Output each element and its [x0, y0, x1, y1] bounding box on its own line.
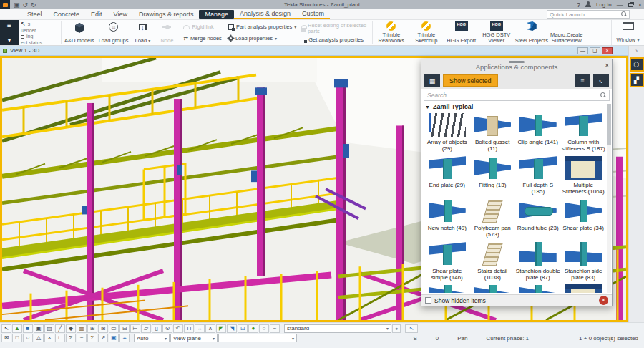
menu-icon[interactable]: ≡: [7, 22, 11, 29]
select-lines-icon[interactable]: ╱: [55, 324, 65, 333]
close-icon[interactable]: ×: [638, 1, 642, 9]
collapse-ribbon-icon[interactable]: ▾: [7, 37, 11, 43]
component-item[interactable]: Shear plate simple (146): [424, 241, 470, 284]
select-bars-icon[interactable]: ▯: [152, 324, 162, 333]
component-search-input[interactable]: Search...: [424, 90, 610, 101]
work-plane-combo[interactable]: View plane▾: [170, 334, 218, 342]
trimble-realworks-button[interactable]: Trimble RealWorks: [374, 20, 409, 45]
load-groups-button[interactable]: ↓↓↓ Load groups: [97, 20, 131, 45]
component-item[interactable]: Polybeam pan (573): [470, 198, 516, 241]
select-surfaces-icon[interactable]: ▣: [34, 324, 44, 333]
view-minimize-icon[interactable]: —: [577, 47, 588, 54]
select-fittings-icon[interactable]: ⊢: [130, 324, 140, 333]
snap-mode-combo[interactable]: Auto▾: [134, 334, 170, 342]
show-selected-button[interactable]: Show selected: [443, 74, 498, 87]
select-points-icon[interactable]: ▤: [44, 324, 54, 333]
view-restore-icon[interactable]: ❑: [590, 47, 600, 54]
relative-coords-icon[interactable]: ≍: [119, 334, 130, 342]
tab-manage[interactable]: Manage: [199, 10, 234, 19]
zoom-select-icon[interactable]: ≡: [270, 324, 280, 333]
component-item[interactable]: Stairs detail (1038): [470, 241, 516, 284]
filter-options-icon[interactable]: ●: [392, 324, 401, 333]
hgg-dstv-viewer-button[interactable]: HGG HGG DSTV Viewer: [479, 20, 514, 45]
snap-intersections-icon[interactable]: ×: [44, 334, 54, 342]
hgg-export-button[interactable]: HGG HGG Export: [444, 20, 479, 45]
collapse-group-icon[interactable]: ▼: [425, 105, 430, 110]
component-item[interactable]: Clip angle (141): [515, 112, 561, 155]
applications-pane-button[interactable]: ⬡: [630, 57, 644, 72]
select-components-icon[interactable]: ▲: [12, 324, 22, 333]
component-item[interactable]: Full depth S (185): [515, 155, 561, 198]
selection-filter-combo[interactable]: standard▾: [284, 324, 391, 333]
component-item[interactable]: Stanchion side plate (83): [561, 241, 607, 284]
tab-view[interactable]: View: [108, 10, 133, 19]
snap-nearest-points-icon[interactable]: ~: [77, 334, 87, 342]
select-distances-icon[interactable]: ↔: [195, 324, 205, 333]
component-item[interactable]: Column with stiffeners S (187): [561, 112, 607, 155]
show-hidden-items-checkbox[interactable]: [425, 297, 431, 304]
select-loads-icon[interactable]: ⊓: [184, 324, 194, 333]
snap-perpendicular-icon[interactable]: ∟: [55, 334, 65, 342]
window-group-button[interactable]: Window ▾: [611, 20, 644, 45]
aed-models-button[interactable]: A&D models: [62, 20, 97, 45]
steel-projects-button[interactable]: Steel Projects: [514, 20, 549, 45]
snap-points-icon[interactable]: ⊠: [1, 334, 11, 342]
snap-midpoints-icon[interactable]: △: [34, 334, 44, 342]
quick-launch-input[interactable]: Quick Launch: [547, 10, 630, 19]
component-item[interactable]: Array of objects (29): [424, 112, 470, 155]
part-analysis-properties-button[interactable]: Part analysis properties ▾: [228, 24, 296, 30]
tab-custom[interactable]: Custom: [296, 9, 330, 18]
close-panel-red-icon[interactable]: ×: [599, 296, 608, 305]
load-properties-button[interactable]: Load properties ▾: [228, 35, 296, 42]
chevron-right-icon[interactable]: ›: [635, 46, 638, 56]
select-views-icon[interactable]: ⊟: [119, 324, 130, 333]
group-header-zamil-typical[interactable]: ▼ Zamil Typical: [421, 102, 612, 112]
save-icon[interactable]: ▣: [14, 1, 20, 9]
select-plates-icon[interactable]: ▱: [141, 324, 151, 333]
expand-panel-icon[interactable]: ↔: [593, 74, 609, 87]
view-close-icon[interactable]: ×: [602, 47, 613, 54]
snap-free-icon[interactable]: ↗: [98, 334, 108, 342]
login-link[interactable]: Log in: [596, 1, 612, 8]
component-item[interactable]: Stanchion double plate (87): [515, 241, 561, 284]
minimize-icon[interactable]: —: [617, 1, 623, 9]
component-item[interactable]: Fitting (13): [470, 155, 516, 198]
select-welds-icon[interactable]: ⊠: [98, 324, 108, 333]
smart-select-icon[interactable]: ○: [259, 324, 269, 333]
select-grids-icon[interactable]: ▦: [77, 324, 87, 333]
tekla-logo-icon[interactable]: [0, 0, 10, 9]
tab-concrete[interactable]: Concrete: [48, 10, 86, 19]
list-view-icon[interactable]: ≡: [575, 74, 590, 87]
component-item[interactable]: End plate (29): [424, 155, 470, 198]
tab-drawings-reports[interactable]: Drawings & reports: [133, 10, 200, 19]
user-icon[interactable]: [585, 1, 591, 8]
snap-center-points-icon[interactable]: ○: [23, 334, 33, 342]
merge-nodes-button[interactable]: ⇄ Merge nodes: [183, 35, 221, 42]
snap-line-extensions-icon[interactable]: Σ: [66, 334, 76, 342]
select-grid-lines-icon[interactable]: ⊞: [87, 324, 97, 333]
trimble-sketchup-button[interactable]: Trimble Sketchup: [409, 20, 444, 45]
select-cut-parts-icon[interactable]: ▭: [109, 324, 119, 333]
thumbnails-view-icon[interactable]: ▦: [424, 74, 440, 87]
ortho-toggle-icon[interactable]: ▣: [109, 334, 119, 342]
tab-edit[interactable]: Edit: [85, 10, 108, 19]
select-snapshot-icon[interactable]: ⊡: [238, 324, 248, 333]
drag-and-drop-icon[interactable]: ●: [248, 324, 258, 333]
select-all-icon[interactable]: ↖: [1, 324, 11, 333]
load-button[interactable]: Load ▾: [130, 20, 155, 45]
tab-analysis-design[interactable]: Analysis & design: [234, 9, 296, 18]
undo-icon[interactable]: ↺: [23, 1, 29, 9]
snap-any-position-icon[interactable]: Σ: [87, 334, 97, 342]
get-analysis-properties-button[interactable]: Get analysis properties: [301, 37, 369, 43]
macro-createsurfaceview-button[interactable]: Macro.CreateSurfaceView: [549, 20, 584, 45]
select-single-bolts-icon[interactable]: ⊙: [162, 324, 172, 333]
component-item[interactable]: Bolted gusset (11): [470, 112, 516, 155]
select-objects-in-assemblies-icon[interactable]: ◥: [227, 324, 237, 333]
select-objects-in-components-icon[interactable]: ◤: [216, 324, 226, 333]
component-item[interactable]: New notch (49): [424, 198, 470, 241]
panel-close-icon[interactable]: ×: [605, 62, 609, 69]
component-item[interactable]: Round tube (23): [515, 198, 561, 241]
redo-icon[interactable]: ↻: [31, 1, 36, 9]
phase-combo[interactable]: ▾: [218, 334, 297, 342]
components-pane-button[interactable]: ▞: [630, 73, 644, 87]
